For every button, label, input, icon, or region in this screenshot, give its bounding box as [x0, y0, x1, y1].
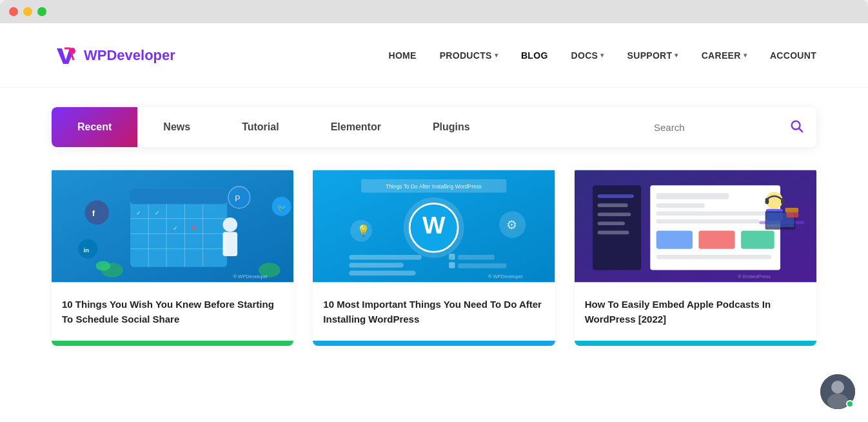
svg-point-29: [95, 261, 110, 270]
maximize-dot[interactable]: [37, 7, 46, 16]
search-button[interactable]: [789, 119, 804, 136]
card-2-body: 10 Most Important Things You Need To Do …: [313, 286, 555, 334]
docs-chevron-icon: ▾: [600, 52, 604, 59]
svg-rect-64: [656, 231, 692, 249]
card-2-title: 10 Most Important Things You Need To Do …: [323, 297, 544, 327]
logo-text: WPDeveloper: [84, 47, 175, 64]
svg-rect-39: [350, 255, 422, 260]
svg-text:® WPDeveloper: ® WPDeveloper: [488, 274, 523, 279]
svg-rect-75: [786, 212, 798, 217]
svg-text:🐦: 🐦: [277, 203, 287, 213]
tab-tutorial[interactable]: Tutorial: [216, 107, 304, 147]
filter-bar: Recent News Tutorial Elementor Plugins: [52, 107, 816, 147]
svg-rect-63: [656, 219, 759, 224]
nav-blog[interactable]: BLOG: [521, 50, 548, 61]
svg-text:✓: ✓: [449, 254, 454, 261]
svg-point-1: [69, 48, 75, 54]
site-wrapper: WPDeveloper HOME PRODUCTS ▾ BLOG DOCS ▾ …: [0, 23, 868, 422]
nav-support[interactable]: SUPPORT ▾: [627, 50, 678, 61]
card-2-image: Things To Do After Installing WordPress …: [313, 166, 555, 286]
card-3-title: How To Easily Embed Apple Podcasts In Wo…: [585, 297, 806, 327]
svg-text:✓: ✓: [173, 225, 178, 232]
svg-rect-50: [449, 262, 455, 268]
svg-rect-61: [656, 203, 704, 208]
svg-text:in: in: [84, 247, 90, 254]
cards-grid: ✓ ✓ ✓ ✕ f 🐦 in P: [0, 160, 868, 365]
tab-plugins[interactable]: Plugins: [407, 107, 496, 147]
career-chevron-icon: ▾: [744, 52, 747, 59]
svg-text:W: W: [422, 212, 446, 239]
svg-text:✓: ✓: [136, 210, 141, 216]
card-2[interactable]: Things To Do After Installing WordPress …: [313, 166, 555, 346]
svg-rect-41: [350, 270, 416, 276]
svg-rect-76: [785, 208, 798, 213]
search-icon: [789, 119, 804, 133]
svg-rect-62: [656, 212, 771, 216]
card-3-image: ® EmbedPress: [575, 166, 816, 286]
svg-text:✓: ✓: [155, 210, 160, 216]
svg-rect-56: [597, 212, 631, 216]
svg-rect-0: [52, 42, 79, 69]
svg-rect-46: [459, 255, 495, 260]
nav-career[interactable]: CAREER ▾: [702, 50, 747, 61]
svg-rect-65: [698, 231, 735, 249]
online-status-dot: [846, 400, 854, 408]
svg-point-79: [831, 381, 844, 394]
svg-rect-19: [223, 232, 238, 256]
svg-text:f: f: [92, 208, 95, 218]
close-dot[interactable]: [9, 7, 18, 16]
card-3-bar: [575, 341, 816, 346]
card-1-body: 10 Things You Wish You Knew Before Start…: [52, 286, 293, 334]
svg-rect-49: [459, 263, 507, 268]
tab-recent[interactable]: Recent: [52, 107, 137, 147]
search-input[interactable]: [654, 122, 783, 133]
svg-point-20: [85, 201, 110, 225]
logo-area[interactable]: WPDeveloper: [52, 42, 175, 69]
nav-home[interactable]: HOME: [388, 50, 416, 61]
floating-avatar-wrapper[interactable]: [820, 374, 855, 409]
card-1-bar: [52, 341, 293, 346]
site-header: WPDeveloper HOME PRODUCTS ▾ BLOG DOCS ▾ …: [0, 23, 868, 88]
tab-elementor[interactable]: Elementor: [305, 107, 407, 147]
svg-rect-60: [656, 193, 729, 199]
svg-text:⚙: ⚙: [507, 218, 518, 232]
svg-text:💡: 💡: [357, 224, 371, 237]
nav-account[interactable]: ACCOUNT: [770, 50, 816, 61]
search-area: [496, 119, 816, 136]
nav-docs[interactable]: DOCS ▾: [571, 50, 604, 61]
svg-rect-6: [130, 188, 227, 204]
svg-rect-54: [597, 194, 633, 198]
main-nav: HOME PRODUCTS ▾ BLOG DOCS ▾ SUPPORT ▾ CA…: [388, 50, 816, 61]
card-1-title: 10 Things You Wish You Knew Before Start…: [62, 297, 283, 327]
filter-bar-wrapper: Recent News Tutorial Elementor Plugins: [0, 88, 868, 160]
svg-line-3: [799, 128, 802, 132]
logo-icon: [52, 42, 79, 69]
svg-rect-58: [597, 231, 629, 235]
card-1-image: ✓ ✓ ✓ ✕ f 🐦 in P: [52, 166, 293, 286]
nav-products[interactable]: PRODUCTS ▾: [440, 50, 498, 61]
svg-point-80: [827, 394, 848, 409]
support-chevron-icon: ▾: [675, 52, 678, 59]
svg-text:® WPDeveloper: ® WPDeveloper: [233, 274, 268, 279]
card-2-bar: [313, 341, 555, 346]
card-3-body: How To Easily Embed Apple Podcasts In Wo…: [575, 286, 816, 334]
svg-rect-40: [350, 263, 404, 268]
svg-rect-66: [741, 231, 774, 249]
svg-rect-71: [781, 198, 785, 204]
card-3[interactable]: ® EmbedPress How To Easily Embed Apple P…: [575, 166, 816, 346]
svg-text:✕: ✕: [191, 225, 196, 232]
svg-rect-55: [597, 203, 627, 207]
tab-news[interactable]: News: [137, 107, 216, 147]
minimize-dot[interactable]: [23, 7, 32, 16]
card-1[interactable]: ✓ ✓ ✓ ✕ f 🐦 in P: [52, 166, 293, 346]
svg-text:Things To Do After Installing : Things To Do After Installing WordPress: [386, 183, 482, 190]
svg-rect-67: [656, 255, 771, 259]
svg-point-18: [223, 217, 238, 232]
window-chrome: [0, 0, 868, 23]
svg-text:P: P: [235, 194, 240, 203]
svg-text:® EmbedPress: ® EmbedPress: [738, 274, 771, 279]
svg-rect-70: [765, 198, 769, 204]
products-chevron-icon: ▾: [495, 52, 498, 59]
svg-rect-57: [597, 221, 624, 225]
